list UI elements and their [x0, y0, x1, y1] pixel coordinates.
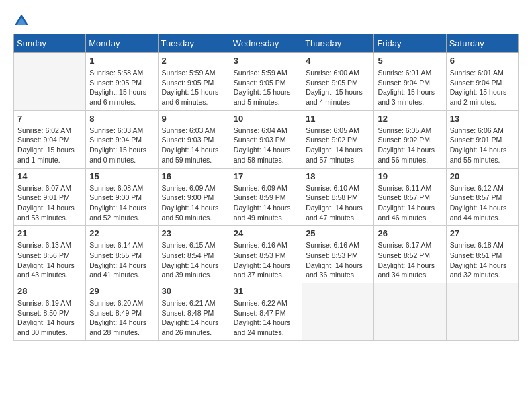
day-number: 30	[162, 286, 226, 296]
day-info: Sunrise: 6:12 AMSunset: 8:57 PMDaylight:…	[450, 183, 515, 223]
day-info: Sunrise: 6:16 AMSunset: 8:53 PMDaylight:…	[234, 240, 298, 280]
weekday-header: Monday	[86, 34, 158, 53]
day-info: Sunrise: 6:03 AMSunset: 9:04 PMDaylight:…	[89, 126, 154, 165]
day-number: 22	[89, 228, 154, 238]
day-info: Sunrise: 6:04 AMSunset: 9:03 PMDaylight:…	[234, 126, 298, 165]
day-number: 31	[234, 286, 298, 296]
weekday-header: Wednesday	[230, 34, 302, 53]
day-info: Sunrise: 6:20 AMSunset: 8:49 PMDaylight:…	[89, 298, 154, 338]
calendar-day-cell: 3Sunrise: 5:59 AMSunset: 9:05 PMDaylight…	[230, 53, 302, 111]
weekday-header: Tuesday	[158, 34, 230, 53]
day-number: 25	[306, 228, 370, 238]
day-number: 1	[89, 56, 154, 66]
day-info: Sunrise: 6:18 AMSunset: 8:51 PMDaylight:…	[450, 240, 515, 280]
day-number: 18	[306, 171, 370, 181]
day-number: 4	[306, 56, 370, 66]
day-info: Sunrise: 5:58 AMSunset: 9:05 PMDaylight:…	[89, 68, 154, 107]
day-number: 5	[378, 56, 442, 66]
calendar-day-cell: 23Sunrise: 6:15 AMSunset: 8:54 PMDayligh…	[158, 226, 230, 283]
calendar-week-row: 28Sunrise: 6:19 AMSunset: 8:50 PMDayligh…	[14, 283, 519, 341]
calendar-day-cell: 26Sunrise: 6:17 AMSunset: 8:52 PMDayligh…	[374, 226, 446, 283]
calendar-day-cell: 25Sunrise: 6:16 AMSunset: 8:53 PMDayligh…	[302, 226, 374, 283]
day-number: 20	[450, 171, 515, 181]
calendar-week-row: 7Sunrise: 6:02 AMSunset: 9:04 PMDaylight…	[14, 110, 519, 168]
day-number: 27	[450, 228, 515, 238]
day-info: Sunrise: 6:14 AMSunset: 8:55 PMDaylight:…	[89, 240, 154, 280]
day-number: 6	[450, 56, 515, 66]
day-info: Sunrise: 6:06 AMSunset: 9:01 PMDaylight:…	[450, 126, 515, 165]
calendar-day-cell: 31Sunrise: 6:22 AMSunset: 8:47 PMDayligh…	[230, 283, 302, 341]
day-number: 2	[162, 56, 226, 66]
calendar-day-cell: 14Sunrise: 6:07 AMSunset: 9:01 PMDayligh…	[14, 168, 86, 226]
day-number: 3	[234, 56, 298, 66]
calendar-header-row: SundayMondayTuesdayWednesdayThursdayFrid…	[14, 34, 519, 53]
day-number: 12	[378, 113, 442, 124]
weekday-header: Friday	[374, 34, 446, 53]
day-info: Sunrise: 6:07 AMSunset: 9:01 PMDaylight:…	[17, 183, 82, 223]
day-info: Sunrise: 6:11 AMSunset: 8:57 PMDaylight:…	[378, 183, 442, 223]
calendar-day-cell: 9Sunrise: 6:03 AMSunset: 9:03 PMDaylight…	[158, 110, 230, 168]
day-number: 26	[378, 228, 442, 238]
page-header	[13, 13, 519, 27]
day-info: Sunrise: 6:15 AMSunset: 8:54 PMDaylight:…	[162, 240, 226, 280]
day-info: Sunrise: 6:03 AMSunset: 9:03 PMDaylight:…	[162, 126, 226, 165]
day-info: Sunrise: 6:02 AMSunset: 9:04 PMDaylight:…	[17, 126, 82, 165]
calendar-week-row: 14Sunrise: 6:07 AMSunset: 9:01 PMDayligh…	[14, 168, 519, 226]
day-info: Sunrise: 6:21 AMSunset: 8:48 PMDaylight:…	[162, 298, 226, 338]
calendar-day-cell: 22Sunrise: 6:14 AMSunset: 8:55 PMDayligh…	[86, 226, 158, 283]
calendar-week-row: 21Sunrise: 6:13 AMSunset: 8:56 PMDayligh…	[14, 226, 519, 283]
calendar-day-cell: 10Sunrise: 6:04 AMSunset: 9:03 PMDayligh…	[230, 110, 302, 168]
day-info: Sunrise: 6:00 AMSunset: 9:05 PMDaylight:…	[306, 68, 370, 107]
day-number: 28	[17, 286, 82, 296]
day-info: Sunrise: 5:59 AMSunset: 9:05 PMDaylight:…	[162, 68, 226, 107]
calendar-day-cell: 7Sunrise: 6:02 AMSunset: 9:04 PMDaylight…	[14, 110, 86, 168]
day-number: 8	[89, 113, 154, 124]
calendar-day-cell	[14, 53, 86, 111]
day-number: 15	[89, 171, 154, 181]
calendar-day-cell: 30Sunrise: 6:21 AMSunset: 8:48 PMDayligh…	[158, 283, 230, 341]
calendar-day-cell: 18Sunrise: 6:10 AMSunset: 8:58 PMDayligh…	[302, 168, 374, 226]
calendar-day-cell: 21Sunrise: 6:13 AMSunset: 8:56 PMDayligh…	[14, 226, 86, 283]
day-info: Sunrise: 6:19 AMSunset: 8:50 PMDaylight:…	[17, 298, 82, 338]
day-number: 9	[162, 113, 226, 124]
day-number: 24	[234, 228, 298, 238]
day-info: Sunrise: 6:05 AMSunset: 9:02 PMDaylight:…	[378, 126, 442, 165]
calendar-day-cell: 13Sunrise: 6:06 AMSunset: 9:01 PMDayligh…	[446, 110, 518, 168]
day-number: 17	[234, 171, 298, 181]
calendar-day-cell: 20Sunrise: 6:12 AMSunset: 8:57 PMDayligh…	[446, 168, 518, 226]
calendar-day-cell: 16Sunrise: 6:09 AMSunset: 9:00 PMDayligh…	[158, 168, 230, 226]
calendar-day-cell: 19Sunrise: 6:11 AMSunset: 8:57 PMDayligh…	[374, 168, 446, 226]
calendar-day-cell: 6Sunrise: 6:01 AMSunset: 9:04 PMDaylight…	[446, 53, 518, 111]
day-info: Sunrise: 6:01 AMSunset: 9:04 PMDaylight:…	[378, 68, 442, 107]
day-info: Sunrise: 6:08 AMSunset: 9:00 PMDaylight:…	[89, 183, 154, 223]
day-number: 11	[306, 113, 370, 124]
day-info: Sunrise: 6:09 AMSunset: 8:59 PMDaylight:…	[234, 183, 298, 223]
calendar-day-cell: 28Sunrise: 6:19 AMSunset: 8:50 PMDayligh…	[14, 283, 86, 341]
calendar-day-cell: 17Sunrise: 6:09 AMSunset: 8:59 PMDayligh…	[230, 168, 302, 226]
calendar-day-cell	[302, 283, 374, 341]
day-info: Sunrise: 5:59 AMSunset: 9:05 PMDaylight:…	[234, 68, 298, 107]
day-number: 10	[234, 113, 298, 124]
day-number: 19	[378, 171, 442, 181]
calendar-day-cell: 1Sunrise: 5:58 AMSunset: 9:05 PMDaylight…	[86, 53, 158, 111]
calendar-table: SundayMondayTuesdayWednesdayThursdayFrid…	[13, 34, 519, 341]
weekday-header: Thursday	[302, 34, 374, 53]
day-info: Sunrise: 6:17 AMSunset: 8:52 PMDaylight:…	[378, 240, 442, 280]
day-number: 29	[89, 286, 154, 296]
day-info: Sunrise: 6:13 AMSunset: 8:56 PMDaylight:…	[17, 240, 82, 280]
day-info: Sunrise: 6:22 AMSunset: 8:47 PMDaylight:…	[234, 298, 298, 338]
day-info: Sunrise: 6:05 AMSunset: 9:02 PMDaylight:…	[306, 126, 370, 165]
weekday-header: Sunday	[14, 34, 86, 53]
calendar-day-cell	[446, 283, 518, 341]
calendar-day-cell: 5Sunrise: 6:01 AMSunset: 9:04 PMDaylight…	[374, 53, 446, 111]
logo	[13, 13, 32, 27]
calendar-day-cell	[374, 283, 446, 341]
day-number: 13	[450, 113, 515, 124]
calendar-day-cell: 4Sunrise: 6:00 AMSunset: 9:05 PMDaylight…	[302, 53, 374, 111]
day-number: 7	[17, 113, 82, 124]
calendar-day-cell: 8Sunrise: 6:03 AMSunset: 9:04 PMDaylight…	[86, 110, 158, 168]
calendar-week-row: 1Sunrise: 5:58 AMSunset: 9:05 PMDaylight…	[14, 53, 519, 111]
logo-icon	[13, 13, 30, 27]
day-info: Sunrise: 6:10 AMSunset: 8:58 PMDaylight:…	[306, 183, 370, 223]
calendar-day-cell: 15Sunrise: 6:08 AMSunset: 9:00 PMDayligh…	[86, 168, 158, 226]
